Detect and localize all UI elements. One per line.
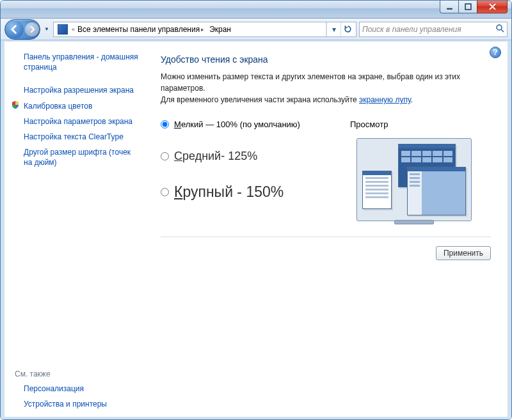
refresh-button[interactable] — [340, 22, 355, 36]
preview-label: Просмотр — [350, 120, 491, 129]
breadcrumb-label: Все элементы панели управления — [77, 25, 200, 34]
size-option-medium[interactable]: Средний- 125% — [161, 150, 335, 163]
option-label: Мелкий — 100% (по умолчанию) — [174, 120, 300, 129]
seealso-personalization[interactable]: Персонализация — [12, 381, 139, 396]
svg-point-2 — [497, 25, 502, 30]
seealso-label: См. также — [12, 367, 139, 381]
shield-icon — [11, 100, 20, 109]
sidebar-home-link[interactable]: Панель управления - домашняя страница — [12, 49, 139, 75]
sidebar-item-resolution[interactable]: Настройка разрешения экрана — [12, 82, 139, 98]
search-placeholder: Поиск в панели управления — [362, 25, 461, 34]
window-minimize-button[interactable] — [440, 1, 459, 13]
nav-back-button[interactable] — [6, 20, 24, 38]
page-description: Можно изменить размер текста и других эл… — [161, 71, 491, 105]
breadcrumb-item[interactable]: Все элементы панели управления ▸ — [75, 25, 207, 34]
radio-large[interactable] — [161, 188, 169, 196]
size-option-large[interactable]: Крупный - 150% — [161, 183, 335, 201]
sidebar-item-display-params[interactable]: Настройка параметров экрана — [12, 114, 139, 129]
window-titlebar — [1, 1, 511, 19]
nav-forward-button[interactable] — [25, 22, 39, 36]
page-title: Удобство чтения с экрана — [161, 54, 491, 65]
address-dropdown-button[interactable]: ▾ — [326, 22, 340, 36]
svg-line-3 — [501, 29, 504, 32]
breadcrumb-item[interactable]: Экран — [207, 25, 234, 34]
sidebar-item-dpi[interactable]: Другой размер шрифта (точек на дюйм) — [12, 144, 139, 170]
seealso-devices[interactable]: Устройства и принтеры — [12, 396, 139, 412]
preview-window-icon — [407, 167, 466, 215]
apply-button[interactable]: Применить — [436, 246, 491, 260]
radio-small[interactable] — [161, 120, 169, 128]
address-bar: ▼ « Все элементы панели управления ▸ Экр… — [1, 19, 511, 40]
radio-medium[interactable] — [161, 152, 169, 160]
divider — [161, 237, 491, 237]
window-close-button[interactable] — [477, 1, 508, 13]
sidebar-item-calibrate[interactable]: Калибровка цветов — [12, 98, 139, 114]
main-content: ? Удобство чтения с экрана Можно изменит… — [144, 42, 508, 417]
svg-rect-0 — [447, 8, 452, 10]
svg-rect-1 — [465, 4, 471, 10]
size-option-small[interactable]: Мелкий — 100% (по умолчанию) — [161, 120, 335, 129]
sidebar-item-cleartype[interactable]: Настройка текста ClearType — [12, 129, 139, 144]
preview-window-icon — [362, 171, 392, 209]
sidebar: Панель управления - домашняя страница На… — [4, 42, 144, 417]
chevron-right-icon: ▸ — [201, 26, 204, 33]
nav-history-dropdown[interactable]: ▼ — [43, 26, 51, 32]
help-icon[interactable]: ? — [490, 47, 501, 58]
window-maximize-button[interactable] — [458, 1, 477, 13]
control-panel-icon — [58, 24, 68, 35]
magnifier-link[interactable]: экранную лупу — [359, 95, 411, 104]
search-input[interactable]: Поиск в панели управления — [359, 22, 508, 37]
breadcrumb-bar[interactable]: « Все элементы панели управления ▸ Экран… — [53, 22, 356, 37]
search-icon[interactable] — [495, 24, 504, 35]
nav-buttons — [4, 19, 40, 40]
breadcrumb-label: Экран — [209, 25, 231, 34]
option-label: Средний- 125% — [174, 150, 257, 163]
preview-monitor — [356, 138, 472, 221]
option-label: Крупный - 150% — [174, 183, 284, 201]
